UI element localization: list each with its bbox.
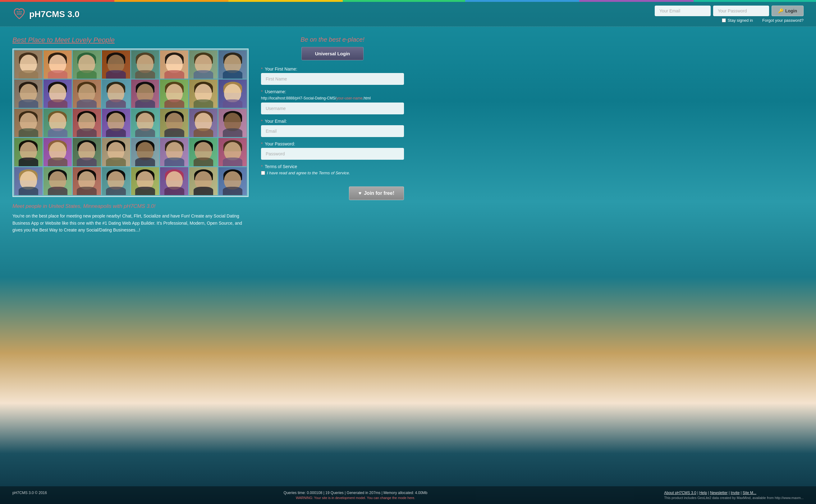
login-button[interactable]: 🔑 Login <box>772 6 804 16</box>
photo-cell[interactable] <box>73 109 101 137</box>
footer-center: Queries time: 0.000108 | 19 Queries | Ge… <box>284 491 428 500</box>
section-title[interactable]: Best Place to Meet Lovely People <box>12 36 249 44</box>
password-label: * Your Password: <box>261 141 404 146</box>
photo-cell[interactable] <box>160 109 188 137</box>
photo-cell[interactable] <box>102 109 130 137</box>
photo-cell[interactable] <box>14 50 43 79</box>
photo-cell[interactable] <box>218 80 247 108</box>
lock-icon: 🔑 <box>778 8 783 13</box>
required-star: * <box>261 119 263 124</box>
forgot-password-link[interactable]: Forgot your password? <box>762 18 804 23</box>
footer-newsletter-link[interactable]: Newsletter <box>710 491 728 495</box>
required-star: * <box>261 164 263 169</box>
required-star: * <box>261 66 263 71</box>
photo-cell[interactable] <box>44 167 72 195</box>
photo-cell[interactable] <box>44 109 72 137</box>
photo-cell[interactable] <box>160 80 188 108</box>
photo-cell[interactable] <box>160 138 188 166</box>
photo-cell[interactable] <box>189 50 218 79</box>
reg-email-input[interactable] <box>261 125 404 137</box>
footer-help-link[interactable]: Help <box>699 491 707 495</box>
terms-checkbox-label[interactable]: I have read and agree to the Terms of Se… <box>261 171 404 175</box>
email-label: * Your Email: <box>261 119 404 124</box>
photo-cell[interactable] <box>218 167 247 195</box>
password-input[interactable] <box>713 6 769 16</box>
header: pH7CMS 3.0 🔑 Login Stay signed in Forgot… <box>0 2 816 27</box>
username-hint: http://localhost:8888/pH7-Social-Dating-… <box>261 96 404 101</box>
photo-cell[interactable] <box>131 80 159 108</box>
photo-cell[interactable] <box>73 138 101 166</box>
join-btn-wrap: ♥ Join for free! <box>261 181 404 200</box>
photo-cell[interactable] <box>131 109 159 137</box>
first-name-label: * Your First Name: <box>261 66 404 71</box>
join-label: Join for free! <box>364 190 394 196</box>
header-sub: Stay signed in Forgot your password? <box>722 18 804 23</box>
photo-grid <box>12 48 249 197</box>
photo-cell[interactable] <box>73 50 101 79</box>
stay-signed-label[interactable]: Stay signed in <box>722 18 753 23</box>
photo-cell[interactable] <box>44 80 72 108</box>
heart-icon: ♥ <box>359 190 362 196</box>
username-input[interactable] <box>261 103 404 114</box>
photo-cell[interactable] <box>102 50 130 79</box>
footer: pH7CMS 3.0 © 2016 Queries time: 0.000108… <box>0 486 816 504</box>
photo-cell[interactable] <box>73 80 101 108</box>
first-name-input[interactable] <box>261 73 404 85</box>
photo-cell[interactable] <box>44 50 72 79</box>
login-label: Login <box>785 8 797 13</box>
photo-cell[interactable] <box>102 167 130 195</box>
terms-checkbox[interactable] <box>261 171 265 175</box>
main-content: Best Place to Meet Lovely People <box>0 27 435 243</box>
password-group: * Your Password: <box>261 141 404 160</box>
footer-site-link[interactable]: Site M... <box>743 491 756 495</box>
header-right: 🔑 Login Stay signed in Forgot your passw… <box>655 6 804 23</box>
left-column: Best Place to Meet Lovely People <box>12 36 249 234</box>
footer-about-link[interactable]: About pH7CMS 3.0 <box>664 491 696 495</box>
first-name-group: * Your First Name: <box>261 66 404 85</box>
logo-icon <box>12 7 26 21</box>
photo-cell[interactable] <box>14 167 43 195</box>
footer-right: About pH7CMS 3.0 | Help | Newsletter | I… <box>664 491 804 500</box>
terms-label: * Terms of Service <box>261 164 404 169</box>
photo-cell[interactable] <box>218 138 247 166</box>
photo-cell[interactable] <box>160 167 188 195</box>
stay-signed-checkbox[interactable] <box>722 18 726 22</box>
username-group: * Username: http://localhost:8888/pH7-So… <box>261 89 404 114</box>
photo-cell[interactable] <box>102 80 130 108</box>
username-label: * Username: <box>261 89 404 94</box>
required-star: * <box>261 89 263 94</box>
photo-cell[interactable] <box>44 138 72 166</box>
desc-title: Meet people in United States, Minneapoli… <box>12 203 249 209</box>
join-button[interactable]: ♥ Join for free! <box>349 186 404 200</box>
login-row: 🔑 Login <box>655 6 804 16</box>
reg-password-input[interactable] <box>261 148 404 160</box>
logo-area: pH7CMS 3.0 <box>12 7 80 21</box>
photo-cell[interactable] <box>189 80 218 108</box>
photo-cell[interactable] <box>14 80 43 108</box>
photo-cell[interactable] <box>218 50 247 79</box>
email-group: * Your Email: <box>261 119 404 137</box>
footer-copyright: pH7CMS 3.0 © 2016 <box>12 491 47 495</box>
photo-cell[interactable] <box>189 109 218 137</box>
photo-cell[interactable] <box>14 109 43 137</box>
photo-cell[interactable] <box>160 50 188 79</box>
email-input[interactable] <box>655 6 711 16</box>
photo-cell[interactable] <box>131 50 159 79</box>
photo-cell[interactable] <box>102 138 130 166</box>
photo-cell[interactable] <box>73 167 101 195</box>
right-column: Be on the best e-place! Universal Login … <box>261 36 404 234</box>
logo-title: pH7CMS 3.0 <box>29 9 80 19</box>
photo-cell[interactable] <box>131 138 159 166</box>
photo-cell[interactable] <box>218 109 247 137</box>
photo-cell[interactable] <box>189 167 218 195</box>
photo-cell[interactable] <box>14 138 43 166</box>
footer-invite-link[interactable]: Invite <box>731 491 740 495</box>
desc-text: You're on the best place for meeting new… <box>12 213 249 233</box>
photo-cell[interactable] <box>131 167 159 195</box>
photo-cell[interactable] <box>189 138 218 166</box>
terms-group: * Terms of Service I have read and agree… <box>261 164 404 175</box>
universal-login-button[interactable]: Universal Login <box>301 47 364 60</box>
right-header: Be on the best e-place! <box>261 36 404 43</box>
required-star: * <box>261 141 263 146</box>
